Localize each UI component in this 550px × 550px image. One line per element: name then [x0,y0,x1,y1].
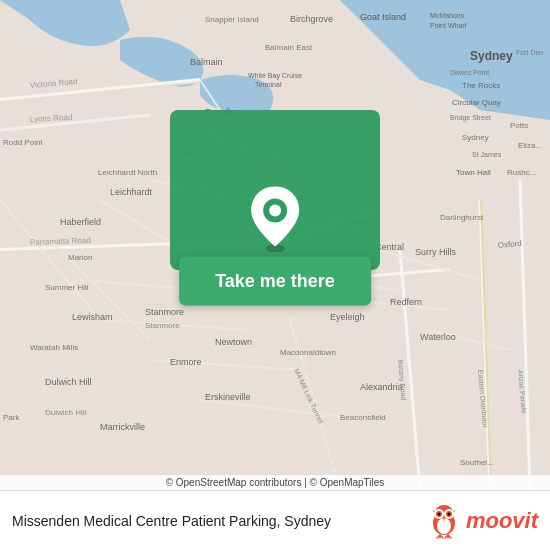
svg-text:Town Hall: Town Hall [456,168,491,177]
svg-text:Eyeleigh: Eyeleigh [330,312,365,322]
svg-text:Leichhardt: Leichhardt [110,187,153,197]
svg-text:Alexandria: Alexandria [360,382,403,392]
svg-text:Stanmore: Stanmore [145,307,184,317]
svg-text:Fort Den: Fort Den [516,49,543,56]
svg-text:Sydney: Sydney [462,133,489,142]
svg-text:Haberfield: Haberfield [60,217,101,227]
svg-text:Surry Hills: Surry Hills [415,247,457,257]
svg-text:Marrickville: Marrickville [100,422,145,432]
take-me-there-button[interactable]: Take me there [179,257,371,306]
svg-text:Enmore: Enmore [170,357,202,367]
svg-text:Bridge Street: Bridge Street [450,114,491,122]
svg-text:Dawes Point: Dawes Point [450,69,489,76]
svg-text:Balmain East: Balmain East [265,43,313,52]
svg-text:Waratah Mills: Waratah Mills [30,343,78,352]
map-pin-icon [247,185,303,253]
svg-text:Terminal: Terminal [255,81,282,88]
svg-text:Circular Quay: Circular Quay [452,98,501,107]
svg-text:Southel...: Southel... [460,458,494,467]
svg-text:Summer Hill: Summer Hill [45,283,89,292]
map-container: Balmain Rozelle Leichhardt Leichhardt No… [0,0,550,490]
svg-text:Redfern: Redfern [390,297,422,307]
svg-text:Potts: Potts [510,121,528,130]
svg-text:Park: Park [3,413,20,422]
svg-text:Dulwich Hill: Dulwich Hill [45,408,87,417]
svg-text:Erskineville: Erskineville [205,392,251,402]
svg-text:Point Wharf: Point Wharf [430,22,467,29]
cta-overlay: Take me there [179,185,371,306]
location-name: Missenden Medical Centre Patient Parking… [12,513,414,529]
svg-text:Birchgrove: Birchgrove [290,14,333,24]
moovit-owl-icon [426,503,462,539]
svg-text:McMahons: McMahons [430,12,465,19]
svg-text:Rodd Point: Rodd Point [3,138,43,147]
moovit-logo: moovit [426,503,538,539]
svg-text:Sydney: Sydney [470,49,513,63]
svg-point-103 [447,512,450,515]
moovit-brand-text: moovit [466,508,538,534]
svg-text:Beaconsfield: Beaconsfield [340,413,386,422]
svg-text:Leichhardt North: Leichhardt North [98,168,157,177]
svg-text:White Bay Cruise: White Bay Cruise [248,72,302,80]
app-container: Balmain Rozelle Leichhardt Leichhardt No… [0,0,550,550]
svg-text:Stanmore: Stanmore [145,321,180,330]
map-attribution: © OpenStreetMap contributors | © OpenMap… [0,475,550,490]
svg-point-102 [437,512,440,515]
svg-text:Eliza...: Eliza... [518,141,542,150]
svg-text:Waterloo: Waterloo [420,332,456,342]
svg-text:Newtown: Newtown [215,337,252,347]
svg-text:Balmain: Balmain [190,57,223,67]
svg-text:Snapper Island: Snapper Island [205,15,259,24]
svg-text:Darlinghurst: Darlinghurst [440,213,484,222]
svg-text:Lewisham: Lewisham [72,312,113,322]
svg-text:The Rocks: The Rocks [462,81,500,90]
svg-text:Rushc...: Rushc... [507,168,536,177]
svg-text:Macdonaldtown: Macdonaldtown [280,348,336,357]
svg-text:Dulwich Hill: Dulwich Hill [45,377,92,387]
svg-text:Marion: Marion [68,253,92,262]
bottom-bar: Missenden Medical Centre Patient Parking… [0,490,550,550]
svg-text:Goat Island: Goat Island [360,12,406,22]
svg-point-94 [269,205,281,217]
svg-text:St James: St James [472,151,502,158]
